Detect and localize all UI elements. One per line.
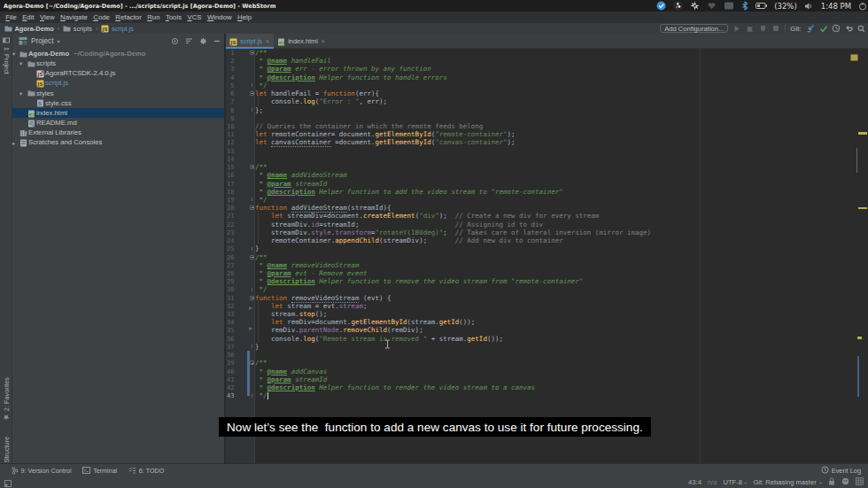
fold-marker[interactable] [250, 91, 254, 96]
tree-item-external-libraries[interactable]: External Libraries [12, 128, 224, 138]
stripe-mark-vcs-added[interactable] [856, 148, 858, 173]
fold-end-marker[interactable] [252, 247, 252, 251]
editor[interactable]: 1234567891011121314151617181920212223242… [226, 49, 868, 463]
menu-file[interactable]: File [3, 13, 19, 21]
clock-label[interactable]: 1:48 PM [821, 2, 851, 11]
history-button[interactable] [832, 24, 840, 33]
expanded-arrow-icon[interactable]: ▾ [19, 60, 22, 66]
tree-item-style-css[interactable]: Sstyle.css [12, 98, 224, 108]
commit-button[interactable] [819, 24, 827, 33]
breadcrumb-item[interactable]: JSscript.js [101, 25, 134, 33]
project-panel-title[interactable]: Project [31, 37, 53, 45]
line-number: 39 [226, 360, 235, 367]
bluetooth-tray-icon[interactable] [741, 1, 748, 11]
update-project-button[interactable] [806, 24, 814, 33]
expanded-arrow-icon[interactable]: ▾ [19, 90, 22, 97]
tree-item-readme-md[interactable]: README.md [12, 118, 224, 128]
search-everywhere-icon[interactable] [857, 24, 865, 33]
editor-gutter: 1234567891011121314151617181920212223242… [226, 49, 255, 463]
locate-file-icon[interactable] [171, 33, 179, 49]
stripe-mark-vcs-changed[interactable] [857, 356, 860, 397]
code-line-17: * @param streamId [255, 180, 327, 188]
collapse-all-icon[interactable] [185, 33, 193, 49]
dim-tray-icon-2[interactable] [724, 1, 734, 11]
volume-tray-icon[interactable] [804, 2, 814, 11]
close-tab-icon[interactable]: × [322, 38, 325, 44]
stripe-button-favorites[interactable]: 2: Favorites [0, 377, 12, 421]
line-number: 15 [226, 164, 235, 171]
collapsed-arrow-icon[interactable]: ▸ [12, 140, 15, 146]
encoding-widget[interactable]: UTF-8 ÷ [723, 478, 747, 486]
battery-percentage[interactable]: (32%) [774, 2, 797, 11]
rollback-button[interactable] [845, 24, 853, 33]
fold-end-marker[interactable] [252, 288, 252, 291]
dim-tray-icon-1[interactable] [707, 1, 717, 11]
menu-navigate[interactable]: Navigate [58, 13, 90, 21]
menu-help[interactable]: Help [235, 13, 254, 21]
menu-vcs[interactable]: VCS [184, 13, 204, 21]
debug-button[interactable] [746, 24, 754, 33]
menu-edit[interactable]: Edit [19, 13, 37, 21]
stripe-mark-warning-dot[interactable] [857, 337, 862, 339]
menu-run[interactable]: Run [144, 13, 163, 21]
fold-end-marker[interactable] [252, 198, 252, 201]
editor-tab-script-js[interactable]: JSscript.js× [226, 34, 274, 49]
tree-item-agora-demo[interactable]: ▾Agora-Demo~/Coding/Agora-Demo [12, 49, 224, 58]
toolwindow-button-6-todo[interactable]: 6: TODO [128, 467, 165, 475]
tree-item-scratches-and-consoles[interactable]: ▸Scratches and Consoles [12, 138, 224, 148]
fold-marker[interactable] [250, 50, 254, 55]
battery-tray-icon[interactable] [756, 2, 767, 10]
stop-button[interactable] [771, 24, 779, 33]
menu-view[interactable]: View [37, 13, 58, 21]
obs-tray-icon[interactable] [673, 1, 683, 11]
stripe-mark-warning[interactable] [858, 207, 867, 210]
toolwindow-toggle-icon[interactable] [4, 475, 12, 488]
tree-item-styles[interactable]: ▾styles [12, 89, 224, 98]
menu-tools[interactable]: Tools [163, 13, 185, 21]
git-branch-widget[interactable]: Git: Rebasing master ÷ [753, 478, 822, 486]
run-button[interactable] [733, 24, 741, 33]
sync-tray-icon[interactable] [656, 1, 666, 11]
stripe-button-project[interactable]: 1: Project [0, 37, 12, 74]
lock-icon[interactable] [828, 477, 835, 487]
memory-indicator-icon[interactable] [856, 477, 864, 487]
line-separator-widget[interactable]: n/a [708, 478, 717, 486]
stripe-mark-warning[interactable] [858, 132, 867, 135]
fold-marker[interactable] [250, 205, 254, 210]
expanded-arrow-icon[interactable]: ▾ [12, 50, 15, 57]
tree-item-script-js[interactable]: JSscript.js [12, 79, 224, 89]
menu-refactor[interactable]: Refactor [112, 13, 144, 21]
fold-marker[interactable] [250, 360, 254, 365]
coverage-button[interactable] [759, 24, 767, 33]
close-tab-icon[interactable]: × [266, 38, 269, 44]
code-line-40: * @name addCanvas [255, 368, 327, 376]
fold-marker[interactable] [250, 255, 254, 259]
gear-icon[interactable] [199, 33, 207, 49]
fold-end-marker[interactable] [252, 83, 252, 87]
toolwindow-button-9-version-control[interactable]: 9: Version Control [12, 467, 72, 475]
chevron-down-icon[interactable]: ▾ [57, 38, 59, 44]
inspections-indicator[interactable] [850, 54, 858, 61]
tree-item-index-html[interactable]: <>index.html [12, 108, 224, 118]
toolwindow-button-terminal[interactable]: Terminal [82, 467, 117, 475]
editor-tab-index-html[interactable]: <>index.html× [274, 34, 329, 49]
menu-code[interactable]: Code [90, 13, 112, 21]
fold-end-marker[interactable] [252, 394, 252, 398]
event-log-button[interactable]: Event Log [821, 466, 861, 476]
tree-item-agorartcsdk-2-4-0-js[interactable]: JSAgoraRTCSDK-2.4.0.js [12, 68, 224, 78]
power-tray-icon[interactable] [858, 2, 867, 11]
fold-marker[interactable] [250, 296, 254, 300]
breadcrumb-item[interactable]: scripts [63, 25, 92, 33]
add-configuration-button[interactable]: Add Configuration... [660, 24, 728, 33]
fold-marker[interactable] [250, 165, 254, 169]
fold-end-marker[interactable] [252, 345, 252, 348]
breadcrumb-item[interactable]: Agora-Demo [4, 25, 54, 33]
tree-item-scripts[interactable]: ▾scripts [12, 58, 224, 68]
hide-panel-icon[interactable] [213, 33, 221, 49]
caret-position-widget[interactable]: 43:4 [688, 478, 701, 486]
code-area[interactable]: /** * @name handleFail * @param err - er… [255, 49, 868, 463]
hector-inspector-icon[interactable] [841, 477, 849, 487]
menu-window[interactable]: Window [205, 13, 235, 21]
pinwheel-tray-icon[interactable] [690, 1, 700, 11]
fold-end-marker[interactable] [252, 108, 252, 112]
